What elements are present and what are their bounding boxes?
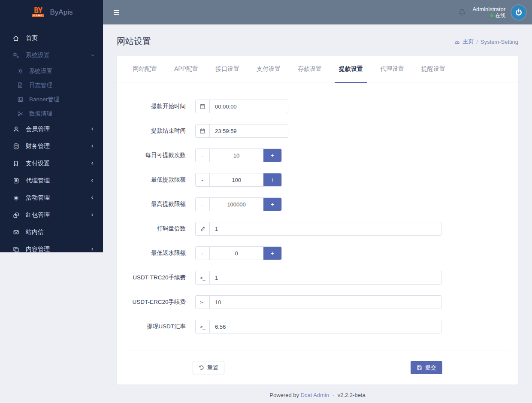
tab-withdrawal-settings[interactable]: 提款设置 <box>335 56 367 82</box>
form-row: 打码量倍数 <box>117 222 518 236</box>
user-menu[interactable]: Administrator 在线 <box>472 6 505 19</box>
powered-by-text: Powered by <box>269 392 299 398</box>
decrement-button[interactable]: - <box>196 173 210 186</box>
sidebar-item-member-management[interactable]: 会员管理 <box>0 121 103 138</box>
image-icon <box>16 96 24 103</box>
tab-payment-settings[interactable]: 支付设置 <box>252 56 285 82</box>
field-label: USDT-ERC20手续费 <box>117 298 186 306</box>
brand-logo[interactable]: BY GAME ByApis <box>0 0 103 24</box>
breadcrumb-home-label: 主页 <box>462 38 474 45</box>
form-row: 提款结束时间 <box>117 124 518 138</box>
usdt-erc20-fee-input[interactable] <box>210 296 441 309</box>
clone-icon <box>12 212 20 218</box>
tab-site-config[interactable]: 网站配置 <box>129 56 161 82</box>
dcat-admin-link[interactable]: Dcat Admin <box>301 392 329 398</box>
reset-button[interactable]: 重置 <box>193 361 224 374</box>
tab-reminder-settings[interactable]: 提醒设置 <box>417 56 450 82</box>
chevron-left-icon <box>90 127 95 132</box>
field-label: 提款开始时间 <box>117 103 186 110</box>
submit-button-label: 提交 <box>425 364 436 372</box>
increment-button[interactable]: + <box>263 173 281 186</box>
sidebar-item-site-message[interactable]: 站内信 <box>0 224 103 241</box>
tab-api-settings[interactable]: 接口设置 <box>211 56 244 82</box>
main-content: 网站设置 主页 / System-Setting 网站配置 APP配置 接口设置… <box>103 0 532 398</box>
withdraw-end-time-input[interactable] <box>210 124 288 137</box>
bell-icon[interactable] <box>458 8 466 17</box>
sidebar-item-agent-management[interactable]: 代理管理 <box>0 172 103 189</box>
min-rebate-limit-input[interactable] <box>210 247 263 260</box>
logo-by-text: BY <box>34 7 42 14</box>
page-title: 网站设置 <box>117 36 151 47</box>
min-withdraw-limit-input[interactable] <box>210 173 263 186</box>
online-status-label: 在线 <box>495 12 505 19</box>
wager-multiplier-input[interactable] <box>210 222 441 235</box>
chevron-left-icon <box>90 212 95 218</box>
sidebar-item-system-settings[interactable]: 系统设置 <box>0 64 103 78</box>
dashboard-icon <box>454 39 460 45</box>
withdraw-start-time-input[interactable] <box>210 100 288 113</box>
breadcrumb-home-link[interactable]: 主页 <box>454 38 474 45</box>
hamburger-menu-icon[interactable] <box>110 6 123 18</box>
form-row: USDT-ERC20手续费 >_ <box>117 295 518 309</box>
footer-separator: · <box>332 392 334 398</box>
sidebar: BY GAME ByApis 首页 系统设置 系统设 <box>0 0 103 252</box>
chevron-left-icon <box>90 144 95 149</box>
sidebar-item-activity-management[interactable]: 活动管理 <box>0 189 103 206</box>
sidebar-item-redpacket-management[interactable]: 红包管理 <box>0 206 103 224</box>
max-withdraw-limit-input[interactable] <box>210 198 263 211</box>
reset-button-label: 重置 <box>207 364 218 372</box>
submit-button[interactable]: 提交 <box>411 361 442 374</box>
sidebar-submenu-system: 系统设置 日志管理 Banner管理 数据清理 <box>0 64 103 121</box>
sidebar-item-system-settings-group[interactable]: 系统设置 <box>0 47 103 64</box>
form-row: 提款开始时间 <box>117 100 518 113</box>
increment-button[interactable]: + <box>263 247 281 260</box>
sidebar-item-payment-settings[interactable]: 支付设置 <box>0 155 103 172</box>
terminal-icon: >_ <box>196 296 210 309</box>
asterisk-icon <box>12 194 20 201</box>
sidebar-item-log-management[interactable]: 日志管理 <box>0 78 103 92</box>
pencil-icon <box>196 222 210 235</box>
decrement-button[interactable]: - <box>196 247 210 260</box>
scissors-icon <box>16 110 24 117</box>
undo-icon <box>199 365 204 370</box>
tab-deposit-settings[interactable]: 存款设置 <box>293 56 326 82</box>
sidebar-nav: 首页 系统设置 系统设置 日志管理 <box>0 24 103 252</box>
increment-button[interactable]: + <box>263 198 281 211</box>
field-label: 提现USDT汇率 <box>117 323 186 330</box>
decrement-button[interactable]: - <box>196 149 210 162</box>
database-icon <box>12 143 20 150</box>
usdt-trc20-fee-input[interactable] <box>210 271 441 284</box>
online-status-dot <box>490 14 493 17</box>
sidebar-item-label: 财务管理 <box>26 142 90 150</box>
form-row: 最低提款限额 - + <box>117 173 518 187</box>
sidebar-item-label: 支付设置 <box>26 160 90 167</box>
app-name: ByApis <box>50 8 73 17</box>
field-label: 提款结束时间 <box>117 127 186 135</box>
sidebar-item-finance-management[interactable]: 财务管理 <box>0 138 103 155</box>
sidebar-item-label: 代理管理 <box>26 177 90 185</box>
chevron-left-icon <box>90 178 95 183</box>
terminal-icon: >_ <box>196 320 210 333</box>
tab-app-config[interactable]: APP配置 <box>170 56 203 82</box>
sidebar-item-label: 红包管理 <box>26 211 90 219</box>
usdt-rate-input[interactable] <box>210 320 441 333</box>
sidebar-item-home[interactable]: 首页 <box>0 30 103 47</box>
sidebar-item-data-cleanup[interactable]: 数据清理 <box>0 106 103 121</box>
tab-agent-settings[interactable]: 代理设置 <box>376 56 408 82</box>
breadcrumb-separator: / <box>476 39 478 45</box>
sidebar-item-content-management[interactable]: 内容管理 <box>0 241 103 252</box>
daily-withdraw-count-input[interactable] <box>210 149 263 162</box>
increment-button[interactable]: + <box>263 149 281 162</box>
sidebar-item-label: 系统设置 <box>29 67 95 75</box>
user-icon <box>12 126 20 133</box>
sidebar-item-label: 内容管理 <box>26 245 90 252</box>
avatar[interactable] <box>511 5 526 20</box>
logo-game-text: GAME <box>32 14 44 17</box>
form-row: 提现USDT汇率 >_ <box>117 320 518 333</box>
footer-version: v2.2.2-beta <box>338 392 366 398</box>
envelope-icon <box>12 229 20 236</box>
sidebar-item-banner-management[interactable]: Banner管理 <box>0 92 103 106</box>
sidebar-item-label: 站内信 <box>26 228 95 236</box>
decrement-button[interactable]: - <box>196 198 210 211</box>
form-row: 每日可提款次数 - + <box>117 148 518 162</box>
